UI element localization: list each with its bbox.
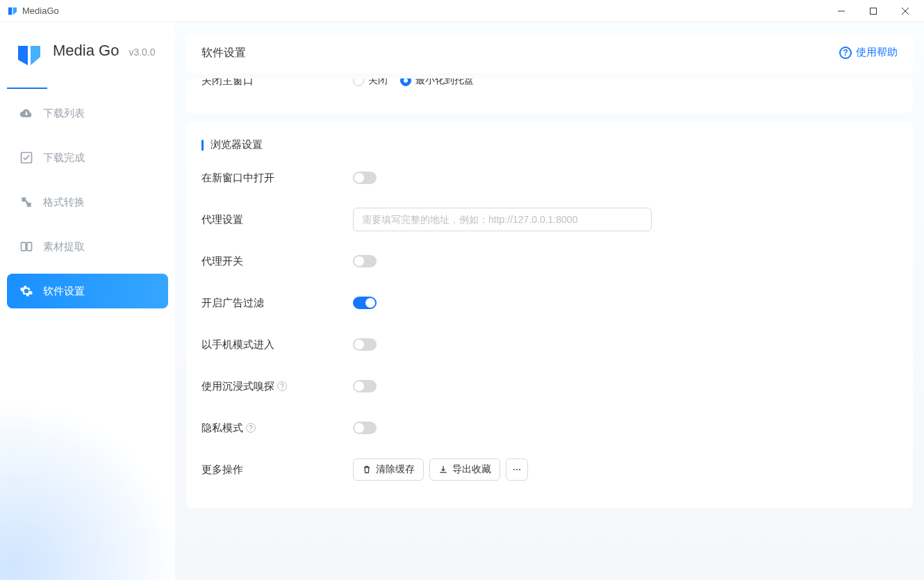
more-button[interactable] [506,458,528,481]
export-favorites-button[interactable]: 导出收藏 [429,458,500,481]
button-label: 导出收藏 [452,463,491,476]
svg-point-6 [519,469,520,470]
radio-close[interactable]: 关闭 [353,78,388,87]
toggle-ad-filter[interactable] [353,297,377,309]
svg-point-4 [513,469,515,470]
sidebar-item-label: 软件设置 [43,285,85,298]
help-link[interactable]: ? 使用帮助 [830,42,907,63]
svg-point-5 [516,469,518,470]
row-label: 代理开关 [201,255,353,268]
clear-cache-button[interactable]: 清除缓存 [353,458,424,481]
cloud-download-icon [19,106,33,120]
close-button[interactable] [889,0,921,22]
sidebar-item-label: 格式转换 [43,196,85,209]
panel-browser-settings: 浏览器设置 在新窗口中打开 代理设置 代理开关 开启广告过滤 [186,122,913,508]
clear-icon [362,465,372,474]
row-label-text: 使用沉浸式嗅探 [201,380,274,393]
section-title-text: 浏览器设置 [211,138,263,151]
window-controls [825,0,921,22]
help-icon[interactable]: ? [277,381,287,391]
radio-dot-icon [353,78,364,86]
radio-label: 关闭 [368,78,388,87]
titlebar-left: MediaGo [7,6,59,17]
sidebar-item-label: 素材提取 [43,240,85,254]
titlebar-app-name: MediaGo [22,6,59,16]
sidebar: Media Go v3.0.0 下载列表 下载完成 格式转换 素材提取 [0,22,175,580]
row-open-new-window: 在新窗口中打开 [201,157,898,199]
toggle-immersive-sniff[interactable] [353,380,377,392]
brand: Media Go v3.0.0 [0,22,175,89]
sidebar-item-label: 下载完成 [43,151,85,165]
content: 软件设置 关闭主窗口 关闭 最小化到托盘 浏览器 [175,22,924,580]
row-mobile-mode: 以手机模式进入 [201,324,898,365]
row-label: 使用沉浸式嗅探 ? [201,380,353,393]
row-proxy-switch: 代理开关 [201,240,898,282]
brand-version: v3.0.0 [129,47,155,58]
row-label: 以手机模式进入 [201,338,353,351]
toggle-mobile-mode[interactable] [353,338,377,351]
svg-rect-2 [22,242,26,251]
row-ad-filter: 开启广告过滤 [201,282,898,324]
row-control: 关闭 最小化到托盘 [353,78,474,87]
page-title: 软件设置 [186,33,913,73]
help-link-label: 使用帮助 [856,46,898,59]
row-more-ops: 更多操作 清除缓存 导出收藏 [201,449,898,490]
proxy-input[interactable] [353,208,652,231]
panel-general-partial: 关闭主窗口 关闭 最小化到托盘 [186,78,913,113]
section-title-browser: 浏览器设置 [201,129,898,157]
question-icon: ? [839,47,852,59]
toggle-proxy[interactable] [353,255,377,267]
nav: 下载列表 下载完成 格式转换 素材提取 软件设置 [0,89,175,308]
toggle-private-mode[interactable] [353,422,377,434]
app-body: Media Go v3.0.0 下载列表 下载完成 格式转换 素材提取 [0,22,924,580]
row-immersive-sniff: 使用沉浸式嗅探 ? [201,365,898,407]
maximize-button[interactable] [857,0,889,22]
gear-icon [19,284,33,298]
row-label: 隐私模式 ? [201,422,353,435]
row-proxy-setting: 代理设置 [201,199,898,240]
brand-logo-icon [15,42,43,69]
sidebar-item-downloads[interactable]: 下载列表 [7,96,168,131]
download-icon [438,465,448,474]
row-private-mode: 隐私模式 ? [201,407,898,449]
sidebar-item-completed[interactable]: 下载完成 [7,140,168,175]
radio-minimize-tray[interactable]: 最小化到托盘 [400,78,474,87]
radio-dot-icon [400,78,411,86]
minimize-button[interactable] [825,0,857,22]
row-label: 开启广告过滤 [201,297,353,310]
svg-rect-0 [871,8,877,14]
sidebar-item-settings[interactable]: 软件设置 [7,274,168,308]
row-label-text: 隐私模式 [201,422,243,435]
app-logo-icon [7,6,18,17]
row-label: 更多操作 [201,463,353,477]
svg-rect-3 [27,242,32,251]
ellipsis-icon [512,465,522,474]
sidebar-item-extract[interactable]: 素材提取 [7,229,168,264]
extract-icon [19,240,33,254]
sidebar-item-label: 下载列表 [43,107,85,120]
sidebar-item-convert[interactable]: 格式转换 [7,185,168,219]
check-square-icon [19,151,33,165]
button-label: 清除缓存 [376,463,415,476]
row-close-main-window: 关闭主窗口 关闭 最小化到托盘 [201,78,898,99]
row-label: 关闭主窗口 [201,78,353,88]
radio-label: 最小化到托盘 [415,78,474,87]
brand-name: Media Go [53,42,119,60]
row-label: 在新窗口中打开 [201,172,353,185]
row-label: 代理设置 [201,213,353,226]
help-icon[interactable]: ? [246,423,256,433]
toggle-open-new-window[interactable] [353,172,377,184]
titlebar: MediaGo [0,0,924,22]
convert-icon [19,195,33,209]
